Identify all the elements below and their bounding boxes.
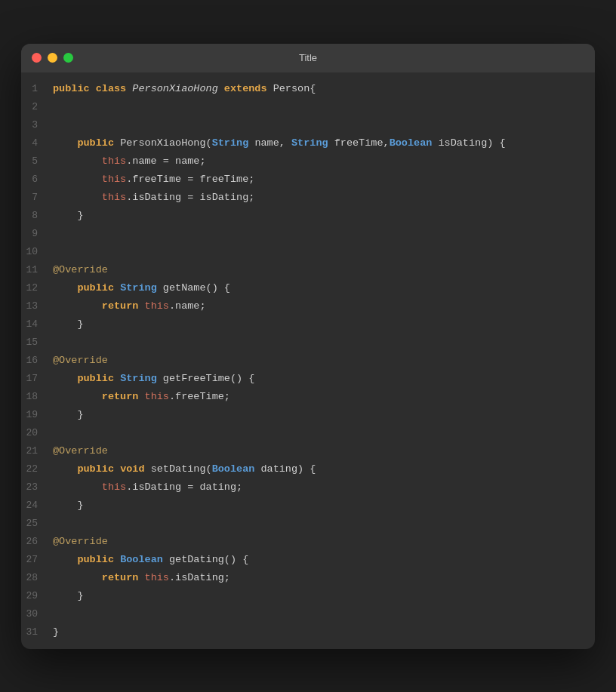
code-editor[interactable]: 1public class PersonXiaoHong extends Per… bbox=[21, 72, 595, 649]
line-content: public PersonXiaoHong(String name, Strin… bbox=[53, 134, 506, 152]
token-plain bbox=[53, 373, 77, 384]
token-plain: .name = name; bbox=[126, 155, 205, 167]
line-content bbox=[53, 334, 59, 352]
line-number: 2 bbox=[21, 101, 53, 112]
token-plain: .name; bbox=[169, 300, 206, 312]
token-plain: } bbox=[53, 409, 84, 420]
token-plain: getName() { bbox=[163, 282, 230, 294]
line-number: 10 bbox=[21, 246, 53, 257]
window-title: Title bbox=[299, 52, 317, 63]
token-kw: return bbox=[102, 572, 145, 583]
line-number: 11 bbox=[21, 264, 53, 275]
line-number: 17 bbox=[21, 373, 53, 384]
token-plain: dating) { bbox=[260, 463, 316, 475]
token-plain: } bbox=[53, 626, 59, 638]
token-kw: class bbox=[96, 83, 133, 94]
code-line: 12 public String getName() { bbox=[21, 279, 595, 297]
line-number: 28 bbox=[21, 572, 53, 583]
token-plain bbox=[53, 554, 77, 565]
line-number: 25 bbox=[21, 518, 53, 529]
token-plain: } bbox=[53, 210, 84, 221]
line-content: } bbox=[53, 406, 84, 424]
line-content: } bbox=[53, 587, 84, 605]
token-plain bbox=[53, 572, 102, 583]
code-line: 2 bbox=[21, 98, 595, 116]
token-plain: Person{ bbox=[273, 83, 316, 94]
token-plain: .isDating = dating; bbox=[126, 481, 242, 493]
line-content: this.name = name; bbox=[53, 152, 206, 171]
line-content bbox=[53, 225, 59, 243]
code-line: 29 } bbox=[21, 587, 595, 605]
line-number: 13 bbox=[21, 300, 53, 312]
line-content: this.isDating = dating; bbox=[53, 478, 242, 497]
token-plain: } bbox=[53, 318, 84, 330]
line-number: 1 bbox=[21, 83, 53, 94]
code-line: 6 this.freeTime = freeTime; bbox=[21, 171, 595, 189]
token-annotation: @Override bbox=[53, 536, 108, 547]
line-number: 22 bbox=[21, 463, 53, 475]
line-content: return this.name; bbox=[53, 297, 206, 315]
code-line: 27 public Boolean getDating() { bbox=[21, 551, 595, 569]
token-kw: void bbox=[120, 463, 151, 475]
line-content bbox=[53, 116, 59, 134]
token-annotation: @Override bbox=[53, 264, 108, 275]
token-plain: name, bbox=[254, 137, 291, 149]
line-content bbox=[53, 243, 59, 261]
line-number: 21 bbox=[21, 445, 53, 457]
traffic-lights bbox=[32, 53, 73, 63]
code-line: 31} bbox=[21, 623, 595, 641]
code-line: 15 bbox=[21, 334, 595, 352]
line-content: } bbox=[53, 315, 84, 334]
code-line: 8 } bbox=[21, 207, 595, 225]
line-content bbox=[53, 424, 59, 442]
line-number: 6 bbox=[21, 174, 53, 185]
titlebar: Title bbox=[21, 44, 595, 72]
token-plain: getFreeTime() { bbox=[163, 373, 255, 384]
code-line: 26@Override bbox=[21, 533, 595, 551]
line-number: 30 bbox=[21, 608, 53, 620]
line-content: public void setDating(Boolean dating) { bbox=[53, 460, 316, 478]
token-plain: .isDating = isDating; bbox=[126, 192, 254, 203]
code-line: 1public class PersonXiaoHong extends Per… bbox=[21, 80, 595, 98]
line-content: this.freeTime = freeTime; bbox=[53, 171, 254, 189]
line-content: @Override bbox=[53, 442, 108, 460]
line-content: public String getFreeTime() { bbox=[53, 370, 254, 388]
code-line: 9 bbox=[21, 225, 595, 243]
code-line: 7 this.isDating = isDating; bbox=[21, 189, 595, 207]
close-button[interactable] bbox=[32, 53, 42, 63]
line-number: 8 bbox=[21, 210, 53, 221]
line-number: 12 bbox=[21, 282, 53, 294]
token-kw: return bbox=[102, 391, 145, 402]
token-kw-blue: String bbox=[120, 282, 163, 294]
code-line: 5 this.name = name; bbox=[21, 152, 595, 171]
line-content: this.isDating = isDating; bbox=[53, 189, 254, 207]
token-plain bbox=[53, 137, 77, 149]
line-content: } bbox=[53, 623, 59, 641]
code-line: 4 public PersonXiaoHong(String name, Str… bbox=[21, 134, 595, 152]
token-plain bbox=[53, 174, 102, 185]
line-number: 9 bbox=[21, 228, 53, 239]
token-class-name: PersonXiaoHong bbox=[132, 83, 224, 94]
token-this-kw: this bbox=[102, 192, 126, 203]
token-kw: public bbox=[77, 373, 120, 384]
token-plain bbox=[53, 155, 102, 167]
code-line: 22 public void setDating(Boolean dating)… bbox=[21, 460, 595, 478]
line-content: return this.freeTime; bbox=[53, 388, 230, 406]
line-number: 31 bbox=[21, 626, 53, 638]
line-number: 16 bbox=[21, 355, 53, 366]
token-kw: public bbox=[77, 137, 120, 149]
token-plain: setDating( bbox=[151, 463, 212, 475]
token-annotation: @Override bbox=[53, 355, 108, 366]
editor-window: Title 1public class PersonXiaoHong exten… bbox=[21, 44, 595, 649]
token-kw: return bbox=[102, 300, 145, 312]
token-kw: public bbox=[77, 554, 120, 565]
line-content: @Override bbox=[53, 261, 108, 279]
maximize-button[interactable] bbox=[63, 53, 73, 63]
minimize-button[interactable] bbox=[48, 53, 57, 63]
line-number: 26 bbox=[21, 536, 53, 547]
token-this-kw: this bbox=[102, 155, 126, 167]
token-kw-blue: String bbox=[212, 137, 255, 149]
code-line: 24 } bbox=[21, 497, 595, 515]
token-kw: public bbox=[77, 463, 120, 475]
token-plain bbox=[53, 391, 102, 402]
